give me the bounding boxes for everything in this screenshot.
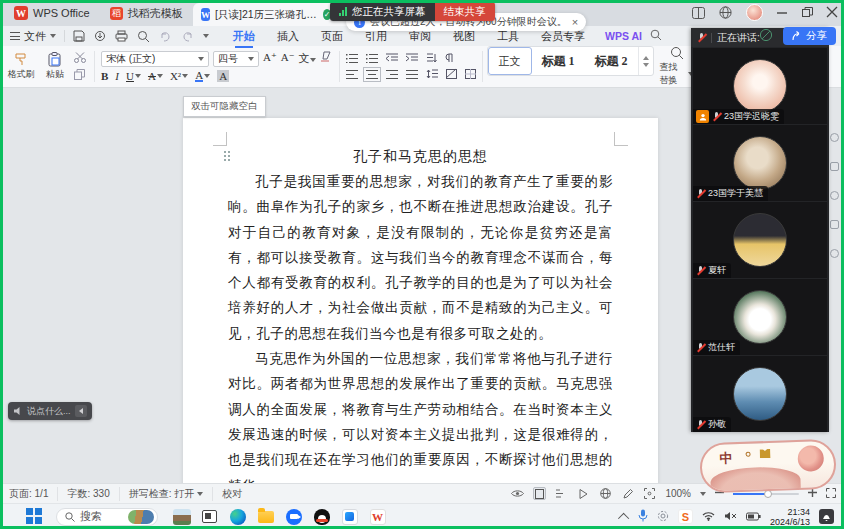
highlight-button[interactable]: A: [217, 70, 229, 82]
close-button[interactable]: [827, 7, 838, 18]
strike-button[interactable]: A: [148, 70, 156, 82]
wps-app[interactable]: W: [368, 507, 387, 526]
rail-help-icon[interactable]: [830, 249, 839, 258]
participant-tile[interactable]: 范仕轩: [693, 279, 827, 355]
command-search-icon[interactable]: [650, 29, 662, 43]
redo-icon[interactable]: [181, 31, 194, 42]
participant-tile[interactable]: 孙敬: [693, 356, 827, 432]
number-list-icon[interactable]: [366, 54, 378, 63]
bullet-list-icon[interactable]: [346, 54, 358, 63]
outline-view-icon[interactable]: [555, 487, 568, 500]
copy-icon[interactable]: [74, 69, 86, 82]
account-avatar[interactable]: [746, 4, 763, 21]
superscript-button[interactable]: X²: [170, 70, 181, 82]
save-icon[interactable]: [73, 30, 85, 42]
align-justify-icon[interactable]: [406, 70, 418, 79]
ime-skin-widget[interactable]: 中: [699, 439, 837, 494]
tab-page[interactable]: 页面: [311, 27, 353, 46]
split-view-icon[interactable]: [692, 7, 705, 19]
participant-tile[interactable]: 23国学于美慧: [693, 125, 827, 201]
file-menu[interactable]: 文件: [0, 29, 64, 44]
edge-app[interactable]: [228, 507, 247, 526]
undo-icon[interactable]: [159, 31, 172, 42]
style-heading2[interactable]: 标题 2: [585, 47, 638, 75]
eye-protect-icon[interactable]: [511, 487, 524, 500]
document-tab-active[interactable]: W [只读]21历三张璐孔子和马克... ✓ ×: [193, 3, 353, 26]
style-body-text[interactable]: 正文: [488, 47, 532, 75]
border-icon[interactable]: [465, 69, 476, 81]
underline-button[interactable]: U: [126, 70, 134, 82]
font-name-select[interactable]: 宋体 (正文): [101, 51, 209, 67]
volume-muted-icon[interactable]: [724, 511, 737, 523]
qq-app[interactable]: [312, 507, 331, 526]
tray-settings-icon[interactable]: [657, 510, 669, 524]
start-button[interactable]: [26, 508, 42, 526]
format-painter-button[interactable]: 格式刷: [4, 52, 38, 81]
italic-button[interactable]: I: [115, 70, 119, 82]
output-icon[interactable]: [94, 30, 106, 42]
participant-tile[interactable]: 夏轩: [693, 202, 827, 278]
zoom-slider[interactable]: [733, 493, 799, 495]
rail-settings-icon[interactable]: [830, 162, 839, 171]
tray-expand-icon[interactable]: [618, 512, 629, 523]
docs-app[interactable]: [340, 507, 359, 526]
sogou-ime-icon[interactable]: S: [678, 509, 693, 524]
play-presentation-icon[interactable]: [577, 487, 590, 500]
docer-template-tab[interactable]: 稻 找稻壳模板: [100, 0, 193, 26]
align-right-icon[interactable]: [386, 70, 398, 79]
rail-edit-icon[interactable]: [830, 220, 839, 229]
chat-collapse-button[interactable]: [75, 405, 87, 417]
wps-ai-button[interactable]: WPS AI: [605, 30, 642, 42]
meeting-chat-pill[interactable]: 说点什么...: [8, 402, 92, 420]
styles-scroll[interactable]: [638, 47, 653, 75]
globe-icon[interactable]: [719, 6, 732, 19]
minimize-button[interactable]: [777, 7, 788, 18]
tencent-meeting-app[interactable]: [284, 507, 303, 526]
document-page[interactable]: 孔子和马克思的思想 孔子是我国重要的思想家，对我们的教育产生了重要的影响。曲阜作…: [183, 118, 658, 483]
tab-insert[interactable]: 插入: [267, 27, 309, 46]
indent-icon[interactable]: [406, 53, 418, 65]
page-view-icon[interactable]: [533, 487, 546, 500]
notification-bell-icon[interactable]: [819, 509, 834, 524]
paragraph-drag-handle-icon[interactable]: [223, 150, 231, 162]
outdent-icon[interactable]: [386, 53, 398, 65]
paste-button[interactable]: 粘贴: [38, 52, 72, 81]
rail-download-icon[interactable]: [830, 191, 839, 200]
bold-button[interactable]: B: [101, 70, 108, 82]
show-marks-icon[interactable]: [445, 53, 455, 65]
grow-font-button[interactable]: A⁺: [263, 51, 277, 67]
stop-share-button[interactable]: 结束共享: [435, 2, 495, 21]
search-highlight-icon[interactable]: [172, 507, 191, 526]
taskbar-clock[interactable]: 21:34 2024/6/13: [770, 507, 810, 527]
zoom-in-button[interactable]: [808, 488, 817, 499]
font-size-select[interactable]: 四号: [213, 51, 259, 67]
battery-icon[interactable]: [746, 511, 761, 523]
text-effects-button[interactable]: 文: [299, 52, 310, 64]
taskbar-search[interactable]: 搜索: [56, 508, 158, 526]
shrink-font-button[interactable]: A⁻: [281, 51, 295, 67]
zoom-caret-icon[interactable]: [700, 492, 706, 496]
clear-format-icon[interactable]: [320, 51, 333, 67]
print-icon[interactable]: [115, 30, 128, 42]
fullscreen-icon[interactable]: [826, 488, 836, 500]
web-view-icon[interactable]: [599, 487, 612, 500]
font-color-button[interactable]: A: [195, 70, 203, 82]
line-spacing-icon[interactable]: [426, 69, 438, 81]
pen-annotate-icon[interactable]: [621, 487, 634, 500]
tab-home[interactable]: 开始: [223, 27, 265, 46]
task-view-button[interactable]: [200, 507, 219, 526]
file-explorer-app[interactable]: [256, 507, 275, 526]
align-center-icon[interactable]: [366, 70, 378, 79]
restore-button[interactable]: [802, 7, 813, 18]
sort-icon[interactable]: [426, 53, 437, 65]
wifi-icon[interactable]: [702, 511, 715, 523]
wps-home-tab[interactable]: W WPS Office: [4, 0, 100, 26]
rail-search-icon[interactable]: [830, 133, 839, 142]
word-count[interactable]: 字数: 330: [58, 487, 119, 501]
search-highlight-image[interactable]: [128, 510, 154, 524]
cut-icon[interactable]: [74, 52, 86, 65]
notice-close-icon[interactable]: ×: [572, 16, 578, 28]
spellcheck-status[interactable]: 拼写检查: 打开: [120, 487, 214, 501]
fit-page-icon[interactable]: [643, 487, 656, 500]
align-left-icon[interactable]: [346, 70, 358, 79]
